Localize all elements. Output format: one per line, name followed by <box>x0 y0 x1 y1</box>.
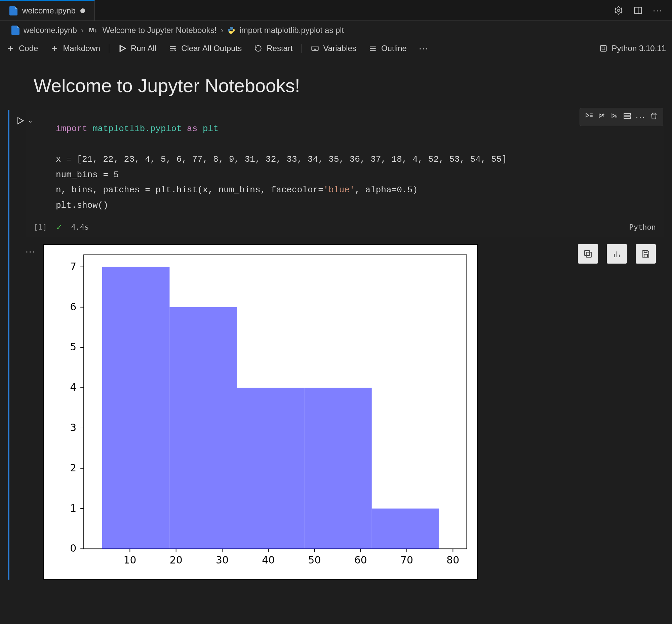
add-markdown-label: Markdown <box>63 44 100 53</box>
svg-text:60: 60 <box>354 554 367 566</box>
code-line: x = [21, 22, 23, 4, 5, 6, 77, 8, 9, 31, … <box>56 154 507 164</box>
svg-text:5: 5 <box>70 341 77 353</box>
code-line: plt.show() <box>56 200 108 210</box>
svg-rect-76 <box>644 254 647 257</box>
svg-rect-29 <box>624 113 631 115</box>
svg-rect-19 <box>600 45 606 51</box>
cell-gutter <box>16 116 33 127</box>
toolbar-separator <box>302 44 302 53</box>
svg-text:50: 50 <box>308 554 321 566</box>
save-output-icon[interactable] <box>636 244 656 264</box>
svg-rect-68 <box>305 388 372 549</box>
breadcrumb-separator: › <box>221 26 223 35</box>
svg-rect-30 <box>624 117 631 118</box>
svg-rect-69 <box>372 509 439 549</box>
restart-kernel-button[interactable]: Restart <box>254 44 292 53</box>
editor-tab-welcome[interactable]: welcome.ipynb <box>0 0 95 21</box>
code-token: matplotlib.pyplot <box>93 124 182 134</box>
add-code-cell-button[interactable]: Code <box>6 44 38 53</box>
tab-filename: welcome.ipynb <box>22 6 76 16</box>
clear-outputs-label: Clear All Outputs <box>181 44 242 53</box>
kernel-selector-button[interactable]: Python 3.10.11 <box>599 44 666 53</box>
cell-toolbar: ··· <box>579 108 663 126</box>
svg-marker-27 <box>612 114 615 118</box>
variables-label: Variables <box>324 44 356 53</box>
run-by-line-icon[interactable] <box>585 112 593 122</box>
svg-text:2: 2 <box>70 462 77 474</box>
svg-text:7: 7 <box>70 261 77 272</box>
svg-text:80: 80 <box>447 554 460 566</box>
toolbar-separator <box>109 44 109 53</box>
markdown-badge-icon: M↓ <box>88 26 99 35</box>
breadcrumb-file[interactable]: welcome.ipynb <box>24 26 77 35</box>
code-editor[interactable]: import matplotlib.pyplot as plt x = [21,… <box>26 110 664 219</box>
code-token: 'blue' <box>324 185 355 195</box>
svg-rect-67 <box>237 388 304 549</box>
code-cell: ··· import matplotlib.pyplot as plt x = … <box>8 110 664 580</box>
svg-rect-70 <box>586 252 591 257</box>
restart-label: Restart <box>266 44 292 53</box>
notebook-toolbar: Code Markdown Run All Clear All Outputs … <box>0 40 672 59</box>
markdown-heading: Welcome to Jupyter Notebooks! <box>34 75 664 97</box>
svg-rect-20 <box>602 47 605 50</box>
clear-outputs-button[interactable]: Clear All Outputs <box>169 44 242 53</box>
run-all-button[interactable]: Run All <box>118 44 156 53</box>
kernel-label: Python 3.10.11 <box>612 44 666 53</box>
output-actions <box>578 244 664 264</box>
svg-text:1: 1 <box>70 502 77 514</box>
execution-count: [1] <box>34 223 47 231</box>
run-above-icon[interactable] <box>597 112 606 122</box>
settings-icon[interactable] <box>614 5 623 16</box>
breadcrumb-leaf[interactable]: import matplotlib.pyplot as plt <box>239 26 344 35</box>
svg-rect-1 <box>635 7 641 14</box>
chart-view-icon[interactable] <box>607 244 627 264</box>
notebook-file-icon <box>9 6 18 16</box>
svg-text:x: x <box>314 46 316 50</box>
breadcrumb-separator: › <box>81 26 84 35</box>
add-markdown-cell-button[interactable]: Markdown <box>50 44 100 53</box>
svg-text:30: 30 <box>216 554 229 566</box>
svg-point-0 <box>617 9 620 11</box>
svg-rect-75 <box>644 251 647 253</box>
code-line: n, bins, patches = plt.hist(x, num_bins,… <box>56 185 324 195</box>
breadcrumb: welcome.ipynb › M↓ Welcome to Jupyter No… <box>0 21 672 40</box>
add-code-label: Code <box>19 44 38 53</box>
svg-rect-66 <box>170 307 237 549</box>
cell-more-icon[interactable]: ··· <box>636 112 645 122</box>
cell-output: ··· 012345671020304050607080 <box>26 244 664 580</box>
svg-text:4: 4 <box>70 381 77 393</box>
outline-label: Outline <box>381 44 407 53</box>
svg-text:10: 10 <box>124 554 136 566</box>
notebook-content: Welcome to Jupyter Notebooks! ··· import… <box>0 59 672 593</box>
svg-marker-25 <box>599 114 602 118</box>
code-line: num_bins = 5 <box>56 170 119 180</box>
success-check-icon: ✓ <box>56 222 62 232</box>
variables-button[interactable]: x Variables <box>311 44 356 53</box>
editor-tabbar: welcome.ipynb ··· <box>0 0 672 21</box>
svg-marker-21 <box>586 113 589 117</box>
tabbar-right-actions: ··· <box>614 5 672 16</box>
cell-status-bar: [1] ✓ 4.4s Python <box>26 218 664 237</box>
execution-time: 4.4s <box>71 223 89 231</box>
layout-icon[interactable] <box>634 5 643 16</box>
cell-menu-chevron-icon[interactable] <box>28 117 33 126</box>
run-below-icon[interactable] <box>610 112 619 122</box>
copy-output-icon[interactable] <box>578 244 598 264</box>
tab-dirty-indicator <box>80 8 85 13</box>
notebook-file-icon <box>11 26 20 35</box>
svg-text:0: 0 <box>70 542 77 554</box>
breadcrumb-section[interactable]: Welcome to Jupyter Notebooks! <box>103 26 217 35</box>
split-cell-icon[interactable] <box>623 112 632 122</box>
toolbar-more-icon[interactable]: ··· <box>419 43 429 54</box>
output-more-icon[interactable]: ··· <box>26 244 35 257</box>
tab-more-icon[interactable]: ··· <box>653 5 663 16</box>
python-icon <box>227 26 235 34</box>
delete-cell-icon[interactable] <box>649 112 658 122</box>
outline-button[interactable]: Outline <box>368 44 407 53</box>
run-cell-button[interactable] <box>16 116 25 127</box>
cell-language-label[interactable]: Python <box>629 223 656 231</box>
svg-text:70: 70 <box>400 554 413 566</box>
code-token: import <box>56 124 87 134</box>
svg-rect-71 <box>585 251 590 256</box>
svg-marker-31 <box>18 118 23 124</box>
